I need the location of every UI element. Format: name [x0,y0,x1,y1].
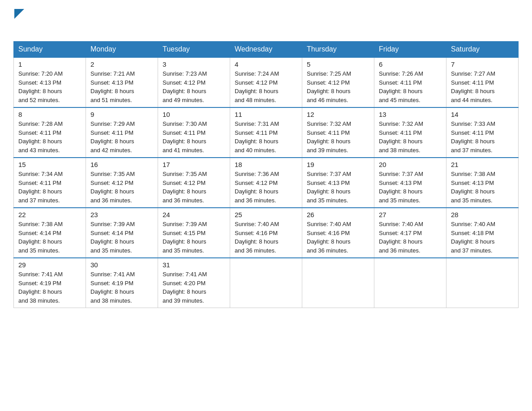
day-number: 14 [451,111,514,118]
calendar-cell: 2Sunrise: 7:21 AMSunset: 4:13 PMDaylight… [86,57,158,107]
calendar-cell [302,258,374,308]
day-info: Sunrise: 7:41 AMSunset: 4:19 PMDaylight:… [90,270,153,305]
weekday-header-saturday: Saturday [446,42,519,58]
day-info: Sunrise: 7:40 AMSunset: 4:18 PMDaylight:… [451,220,514,255]
day-number: 15 [18,161,81,168]
weekday-header-monday: Monday [86,42,158,58]
calendar-cell: 15Sunrise: 7:34 AMSunset: 4:11 PMDayligh… [14,158,86,208]
day-number: 10 [163,111,225,118]
day-info: Sunrise: 7:33 AMSunset: 4:11 PMDaylight:… [451,120,514,154]
weekday-header-friday: Friday [374,42,446,58]
day-info: Sunrise: 7:38 AMSunset: 4:14 PMDaylight:… [18,220,81,255]
calendar-cell: 14Sunrise: 7:33 AMSunset: 4:11 PMDayligh… [446,107,519,158]
calendar-cell [374,258,446,308]
calendar-cell: 23Sunrise: 7:39 AMSunset: 4:14 PMDayligh… [86,208,158,258]
day-info: Sunrise: 7:30 AMSunset: 4:11 PMDaylight:… [163,120,225,154]
day-info: Sunrise: 7:29 AMSunset: 4:11 PMDaylight:… [90,120,153,154]
weekday-header-thursday: Thursday [302,42,374,58]
weekday-header-row: SundayMondayTuesdayWednesdayThursdayFrid… [14,42,519,58]
day-info: Sunrise: 7:23 AMSunset: 4:12 PMDaylight:… [163,69,225,104]
calendar-cell [446,258,519,308]
week-row-2: 8Sunrise: 7:28 AMSunset: 4:11 PMDaylight… [14,107,519,158]
calendar-cell: 13Sunrise: 7:32 AMSunset: 4:11 PMDayligh… [374,107,446,158]
calendar-cell: 27Sunrise: 7:40 AMSunset: 4:17 PMDayligh… [374,208,446,258]
day-info: Sunrise: 7:37 AMSunset: 4:13 PMDaylight:… [379,170,442,205]
day-info: Sunrise: 7:28 AMSunset: 4:11 PMDaylight:… [18,120,81,154]
day-info: Sunrise: 7:20 AMSunset: 4:13 PMDaylight:… [18,69,81,104]
day-number: 27 [379,211,442,218]
day-number: 29 [18,261,81,269]
weekday-header-wednesday: Wednesday [230,42,302,58]
calendar-cell: 4Sunrise: 7:24 AMSunset: 4:12 PMDaylight… [230,57,302,107]
calendar-cell: 11Sunrise: 7:31 AMSunset: 4:11 PMDayligh… [230,107,302,158]
day-number: 22 [18,211,81,218]
day-number: 31 [163,261,225,269]
day-number: 16 [90,161,153,168]
day-info: Sunrise: 7:41 AMSunset: 4:19 PMDaylight:… [18,270,81,305]
calendar-cell: 20Sunrise: 7:37 AMSunset: 4:13 PMDayligh… [374,158,446,208]
logo-arrow-icon [14,9,24,19]
calendar-cell: 25Sunrise: 7:40 AMSunset: 4:16 PMDayligh… [230,208,302,258]
calendar-cell: 28Sunrise: 7:40 AMSunset: 4:18 PMDayligh… [446,208,519,258]
day-info: Sunrise: 7:25 AMSunset: 4:12 PMDaylight:… [307,69,369,104]
day-number: 24 [163,211,225,218]
day-info: Sunrise: 7:24 AMSunset: 4:12 PMDaylight:… [235,69,297,104]
day-number: 20 [379,161,442,168]
calendar-cell [230,258,302,308]
week-row-5: 29Sunrise: 7:41 AMSunset: 4:19 PMDayligh… [14,258,519,308]
calendar-cell: 5Sunrise: 7:25 AMSunset: 4:12 PMDaylight… [302,57,374,107]
day-info: Sunrise: 7:36 AMSunset: 4:12 PMDaylight:… [235,170,297,205]
day-info: Sunrise: 7:40 AMSunset: 4:16 PMDaylight:… [307,220,369,255]
calendar-cell: 17Sunrise: 7:35 AMSunset: 4:12 PMDayligh… [158,158,230,208]
week-row-4: 22Sunrise: 7:38 AMSunset: 4:14 PMDayligh… [14,208,519,258]
calendar-cell: 12Sunrise: 7:32 AMSunset: 4:11 PMDayligh… [302,107,374,158]
day-info: Sunrise: 7:26 AMSunset: 4:11 PMDaylight:… [379,69,442,104]
calendar-cell: 9Sunrise: 7:29 AMSunset: 4:11 PMDaylight… [86,107,158,158]
calendar-cell: 6Sunrise: 7:26 AMSunset: 4:11 PMDaylight… [374,57,446,107]
day-number: 13 [379,111,442,118]
day-info: Sunrise: 7:39 AMSunset: 4:15 PMDaylight:… [163,220,225,255]
weekday-header-sunday: Sunday [14,42,86,58]
day-info: Sunrise: 7:27 AMSunset: 4:11 PMDaylight:… [451,69,514,104]
calendar-cell: 24Sunrise: 7:39 AMSunset: 4:15 PMDayligh… [158,208,230,258]
calendar-cell: 31Sunrise: 7:41 AMSunset: 4:20 PMDayligh… [158,258,230,308]
day-number: 7 [451,60,514,68]
calendar-cell: 19Sunrise: 7:37 AMSunset: 4:13 PMDayligh… [302,158,374,208]
page-header [13,9,519,32]
day-number: 11 [235,111,297,118]
week-row-3: 15Sunrise: 7:34 AMSunset: 4:11 PMDayligh… [14,158,519,208]
calendar-cell: 7Sunrise: 7:27 AMSunset: 4:11 PMDaylight… [446,57,519,107]
calendar-cell: 1Sunrise: 7:20 AMSunset: 4:13 PMDaylight… [14,57,86,107]
day-info: Sunrise: 7:41 AMSunset: 4:20 PMDaylight:… [163,270,225,305]
day-number: 19 [307,161,369,168]
day-info: Sunrise: 7:38 AMSunset: 4:13 PMDaylight:… [451,170,514,205]
day-info: Sunrise: 7:40 AMSunset: 4:16 PMDaylight:… [235,220,297,255]
calendar-cell: 8Sunrise: 7:28 AMSunset: 4:11 PMDaylight… [14,107,86,158]
calendar-cell: 3Sunrise: 7:23 AMSunset: 4:12 PMDaylight… [158,57,230,107]
day-info: Sunrise: 7:21 AMSunset: 4:13 PMDaylight:… [90,69,153,104]
day-info: Sunrise: 7:32 AMSunset: 4:11 PMDaylight:… [379,120,442,154]
svg-marker-0 [14,9,24,19]
calendar-cell: 29Sunrise: 7:41 AMSunset: 4:19 PMDayligh… [14,258,86,308]
calendar-cell: 10Sunrise: 7:30 AMSunset: 4:11 PMDayligh… [158,107,230,158]
day-info: Sunrise: 7:31 AMSunset: 4:11 PMDaylight:… [235,120,297,154]
day-number: 2 [90,60,153,68]
weekday-header-tuesday: Tuesday [158,42,230,58]
calendar-cell: 16Sunrise: 7:35 AMSunset: 4:12 PMDayligh… [86,158,158,208]
day-number: 28 [451,211,514,218]
day-info: Sunrise: 7:32 AMSunset: 4:11 PMDaylight:… [307,120,369,154]
day-number: 4 [235,60,297,68]
calendar-table: SundayMondayTuesdayWednesdayThursdayFrid… [13,41,519,308]
calendar-cell: 18Sunrise: 7:36 AMSunset: 4:12 PMDayligh… [230,158,302,208]
day-number: 1 [18,60,81,68]
day-number: 25 [235,211,297,218]
day-number: 17 [163,161,225,168]
day-number: 26 [307,211,369,218]
day-number: 23 [90,211,153,218]
day-info: Sunrise: 7:40 AMSunset: 4:17 PMDaylight:… [379,220,442,255]
day-number: 8 [18,111,81,118]
calendar-cell: 26Sunrise: 7:40 AMSunset: 4:16 PMDayligh… [302,208,374,258]
calendar-cell: 30Sunrise: 7:41 AMSunset: 4:19 PMDayligh… [86,258,158,308]
day-number: 6 [379,60,442,68]
day-number: 18 [235,161,297,168]
